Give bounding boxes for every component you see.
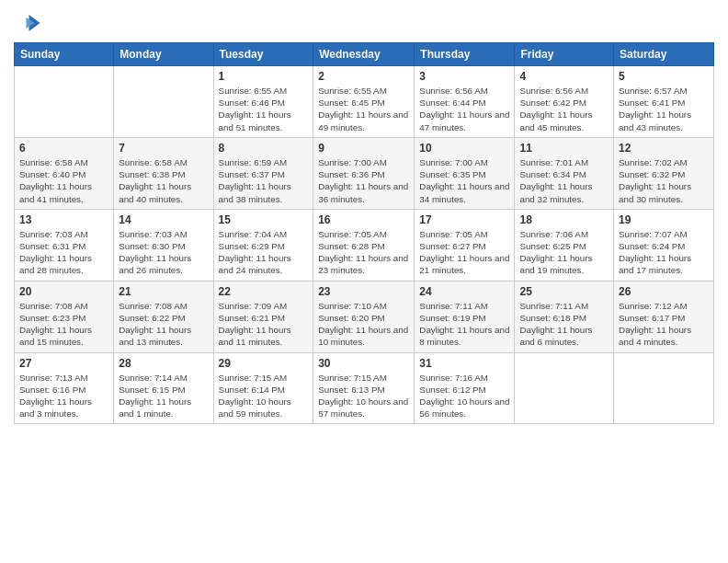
- day-info: Sunrise: 6:55 AM Sunset: 6:46 PM Dayligh…: [219, 85, 309, 133]
- day-number: 15: [219, 213, 309, 226]
- calendar-cell: 29Sunrise: 7:15 AM Sunset: 6:14 PM Dayli…: [213, 352, 313, 424]
- calendar-cell: 13Sunrise: 7:03 AM Sunset: 6:31 PM Dayli…: [15, 209, 114, 281]
- day-number: 9: [318, 142, 409, 155]
- day-info: Sunrise: 7:06 AM Sunset: 6:25 PM Dayligh…: [519, 228, 609, 277]
- day-info: Sunrise: 7:08 AM Sunset: 6:22 PM Dayligh…: [119, 300, 208, 349]
- week-row-5: 27Sunrise: 7:13 AM Sunset: 6:16 PM Dayli…: [15, 352, 714, 424]
- day-number: 30: [318, 357, 409, 370]
- col-header-thursday: Thursday: [415, 43, 515, 66]
- day-info: Sunrise: 7:04 AM Sunset: 6:29 PM Dayligh…: [219, 228, 309, 277]
- col-header-sunday: Sunday: [15, 43, 114, 66]
- calendar-cell: 28Sunrise: 7:14 AM Sunset: 6:15 PM Dayli…: [114, 352, 213, 424]
- logo: [14, 9, 45, 37]
- day-number: 31: [419, 357, 509, 370]
- header: [14, 9, 714, 37]
- day-info: Sunrise: 6:58 AM Sunset: 6:40 PM Dayligh…: [19, 156, 108, 205]
- day-number: 24: [419, 285, 509, 298]
- calendar-cell: 21Sunrise: 7:08 AM Sunset: 6:22 PM Dayli…: [114, 281, 213, 352]
- day-info: Sunrise: 7:09 AM Sunset: 6:21 PM Dayligh…: [219, 300, 309, 349]
- header-row: SundayMondayTuesdayWednesdayThursdayFrid…: [15, 43, 714, 66]
- calendar-cell: 6Sunrise: 6:58 AM Sunset: 6:40 PM Daylig…: [15, 137, 114, 209]
- day-info: Sunrise: 7:05 AM Sunset: 6:28 PM Dayligh…: [318, 228, 409, 277]
- calendar-cell: 17Sunrise: 7:05 AM Sunset: 6:27 PM Dayli…: [415, 209, 515, 281]
- day-number: 12: [619, 142, 709, 155]
- calendar-cell: 20Sunrise: 7:08 AM Sunset: 6:23 PM Dayli…: [15, 281, 114, 352]
- week-row-3: 13Sunrise: 7:03 AM Sunset: 6:31 PM Dayli…: [15, 209, 714, 281]
- calendar-cell: [614, 352, 714, 424]
- calendar-table: SundayMondayTuesdayWednesdayThursdayFrid…: [14, 42, 714, 424]
- day-info: Sunrise: 6:56 AM Sunset: 6:44 PM Dayligh…: [419, 85, 509, 133]
- col-header-tuesday: Tuesday: [213, 43, 313, 66]
- day-number: 26: [619, 285, 709, 298]
- day-number: 27: [19, 357, 108, 370]
- calendar-cell: 4Sunrise: 6:56 AM Sunset: 6:42 PM Daylig…: [515, 66, 614, 138]
- day-number: 11: [519, 142, 609, 155]
- day-number: 17: [419, 213, 509, 226]
- calendar-cell: 30Sunrise: 7:15 AM Sunset: 6:13 PM Dayli…: [313, 352, 415, 424]
- day-number: 1: [219, 70, 309, 83]
- day-number: 29: [219, 357, 309, 370]
- week-row-4: 20Sunrise: 7:08 AM Sunset: 6:23 PM Dayli…: [15, 281, 714, 352]
- day-info: Sunrise: 6:58 AM Sunset: 6:38 PM Dayligh…: [119, 156, 208, 205]
- calendar-cell: 27Sunrise: 7:13 AM Sunset: 6:16 PM Dayli…: [15, 352, 114, 424]
- day-info: Sunrise: 6:57 AM Sunset: 6:41 PM Dayligh…: [619, 85, 709, 133]
- col-header-wednesday: Wednesday: [313, 43, 415, 66]
- day-number: 22: [219, 285, 309, 298]
- day-info: Sunrise: 7:03 AM Sunset: 6:31 PM Dayligh…: [19, 228, 108, 277]
- day-info: Sunrise: 7:00 AM Sunset: 6:35 PM Dayligh…: [419, 156, 509, 205]
- day-number: 13: [19, 213, 108, 226]
- day-number: 8: [219, 142, 309, 155]
- day-number: 7: [119, 142, 208, 155]
- calendar-cell: 24Sunrise: 7:11 AM Sunset: 6:19 PM Dayli…: [415, 281, 515, 352]
- day-info: Sunrise: 7:08 AM Sunset: 6:23 PM Dayligh…: [19, 300, 108, 349]
- logo-icon: [14, 9, 41, 37]
- calendar-cell: 23Sunrise: 7:10 AM Sunset: 6:20 PM Dayli…: [313, 281, 415, 352]
- calendar-cell: 1Sunrise: 6:55 AM Sunset: 6:46 PM Daylig…: [213, 66, 313, 138]
- calendar-cell: 8Sunrise: 6:59 AM Sunset: 6:37 PM Daylig…: [213, 137, 313, 209]
- calendar-cell: 22Sunrise: 7:09 AM Sunset: 6:21 PM Dayli…: [213, 281, 313, 352]
- day-info: Sunrise: 7:10 AM Sunset: 6:20 PM Dayligh…: [318, 300, 409, 349]
- day-number: 3: [419, 70, 509, 83]
- calendar-cell: 26Sunrise: 7:12 AM Sunset: 6:17 PM Dayli…: [614, 281, 714, 352]
- day-info: Sunrise: 7:16 AM Sunset: 6:12 PM Dayligh…: [419, 372, 509, 420]
- day-info: Sunrise: 7:11 AM Sunset: 6:19 PM Dayligh…: [419, 300, 509, 349]
- calendar-cell: 12Sunrise: 7:02 AM Sunset: 6:32 PM Dayli…: [614, 137, 714, 209]
- calendar-cell: 14Sunrise: 7:03 AM Sunset: 6:30 PM Dayli…: [114, 209, 213, 281]
- day-number: 21: [119, 285, 208, 298]
- day-number: 10: [419, 142, 509, 155]
- calendar-cell: 9Sunrise: 7:00 AM Sunset: 6:36 PM Daylig…: [313, 137, 415, 209]
- day-number: 23: [318, 285, 409, 298]
- day-info: Sunrise: 7:00 AM Sunset: 6:36 PM Dayligh…: [318, 156, 409, 205]
- day-info: Sunrise: 7:01 AM Sunset: 6:34 PM Dayligh…: [519, 156, 609, 205]
- day-info: Sunrise: 7:15 AM Sunset: 6:14 PM Dayligh…: [219, 372, 309, 420]
- week-row-1: 1Sunrise: 6:55 AM Sunset: 6:46 PM Daylig…: [15, 66, 714, 138]
- col-header-friday: Friday: [515, 43, 614, 66]
- calendar-cell: 5Sunrise: 6:57 AM Sunset: 6:41 PM Daylig…: [614, 66, 714, 138]
- day-info: Sunrise: 7:15 AM Sunset: 6:13 PM Dayligh…: [318, 372, 409, 420]
- calendar-cell: 18Sunrise: 7:06 AM Sunset: 6:25 PM Dayli…: [515, 209, 614, 281]
- day-info: Sunrise: 7:13 AM Sunset: 6:16 PM Dayligh…: [19, 372, 108, 420]
- day-info: Sunrise: 6:55 AM Sunset: 6:45 PM Dayligh…: [318, 85, 409, 133]
- calendar-cell: 10Sunrise: 7:00 AM Sunset: 6:35 PM Dayli…: [415, 137, 515, 209]
- day-info: Sunrise: 7:12 AM Sunset: 6:17 PM Dayligh…: [619, 300, 709, 349]
- calendar-cell: 16Sunrise: 7:05 AM Sunset: 6:28 PM Dayli…: [313, 209, 415, 281]
- day-number: 6: [19, 142, 108, 155]
- day-info: Sunrise: 6:59 AM Sunset: 6:37 PM Dayligh…: [219, 156, 309, 205]
- day-number: 2: [318, 70, 409, 83]
- col-header-saturday: Saturday: [614, 43, 714, 66]
- calendar-cell: [15, 66, 114, 138]
- day-info: Sunrise: 7:11 AM Sunset: 6:18 PM Dayligh…: [519, 300, 609, 349]
- calendar-cell: [114, 66, 213, 138]
- calendar-cell: 19Sunrise: 7:07 AM Sunset: 6:24 PM Dayli…: [614, 209, 714, 281]
- day-number: 19: [619, 213, 709, 226]
- day-number: 4: [519, 70, 609, 83]
- day-number: 14: [119, 213, 208, 226]
- day-info: Sunrise: 7:03 AM Sunset: 6:30 PM Dayligh…: [119, 228, 208, 277]
- day-number: 5: [619, 70, 709, 83]
- calendar-cell: 15Sunrise: 7:04 AM Sunset: 6:29 PM Dayli…: [213, 209, 313, 281]
- day-info: Sunrise: 6:56 AM Sunset: 6:42 PM Dayligh…: [519, 85, 609, 133]
- day-info: Sunrise: 7:07 AM Sunset: 6:24 PM Dayligh…: [619, 228, 709, 277]
- calendar-cell: 2Sunrise: 6:55 AM Sunset: 6:45 PM Daylig…: [313, 66, 415, 138]
- calendar-cell: [515, 352, 614, 424]
- day-number: 18: [519, 213, 609, 226]
